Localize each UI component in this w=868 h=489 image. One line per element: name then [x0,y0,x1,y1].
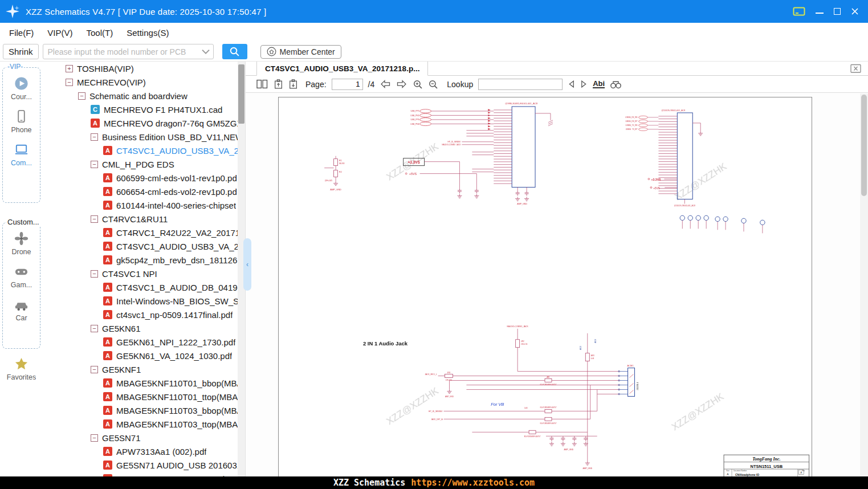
menu-tool[interactable]: Tool(T) [87,28,113,38]
svg-text:A: A [800,471,802,474]
collapse-toggle-icon[interactable]: − [78,92,85,100]
tree-item[interactable]: +TOSHIBA(VIP) [43,62,238,75]
previous-result-button[interactable] [568,80,575,88]
zoom-out-icon[interactable] [428,79,438,89]
tree-item-label: Intel-Windows-NB_BIOS_SW_SP [116,296,238,306]
collapse-toggle-icon[interactable]: − [91,325,98,332]
panel-collapse-handle[interactable]: ‹ [243,238,251,291]
tree-item-label: Business Edition USB_BD_V11,NEW [102,132,238,142]
search-input[interactable] [43,47,201,56]
pdf-viewer[interactable]: XZZ@XZZHK XZZ@XZZHK XZZ@XZZHK XZZ@XZZHK … [246,93,860,476]
tree-item[interactable]: AMECHREVO dragon7-76q GM5ZGX [43,116,238,130]
member-center-button[interactable]: Member Center [260,45,341,59]
search-button[interactable] [222,44,247,59]
collapse-toggle-icon[interactable]: − [91,161,98,168]
lookup-input[interactable] [478,79,563,90]
sidebar-item-drone[interactable]: Drone [3,231,40,256]
facing-pages-view-icon[interactable] [256,79,268,89]
tree-item[interactable]: AGE5SN71 AUDIO_USB 20160314 [43,458,238,472]
shrink-button[interactable]: Shrink [3,44,39,59]
tree-item[interactable]: A606599-cml-eds-vol1-rev1p0.pd [43,171,238,185]
close-document-icon[interactable] [850,64,861,74]
tree-item[interactable]: AGE5KN61_VA_1024_1030.pdf [43,349,238,362]
tree-item[interactable]: Act4svc1_np-0509.1417final.pdf [43,308,238,321]
sidebar-item-courses[interactable]: Cour... [3,76,40,101]
svg-text:AMP_GND: AMP_GND [445,396,454,398]
collapse-toggle-icon[interactable]: − [91,215,98,223]
menu-settings[interactable]: Settings(S) [127,28,169,38]
tree-item[interactable]: A610144-intel-400-series-chipset [43,198,238,212]
tree-item[interactable]: AMBAGE5KNF110T03_bbop(MBA [43,404,238,417]
tree-item[interactable]: CMECHREVO F1 PH4TUX1.cad [43,103,238,116]
zoom-in-icon[interactable] [413,79,423,89]
title-block: TongFang Inc. NTSN1511_USB Size A Docume… [724,455,809,476]
page-number-input[interactable] [332,79,363,90]
tree-item[interactable]: ACT4SVC1_AUDIO_USB3_VA_2017 [43,144,238,157]
collapse-toggle-icon[interactable]: − [91,270,98,278]
tree-item-label: GE5KN61_VA_1024_1030.pdf [116,351,232,361]
tree-item[interactable]: −CML_H_PDG EDS [43,157,238,171]
tree-item[interactable]: A606654-cml-eds-vol2-rev1p0.pd [43,185,238,198]
tree-item[interactable]: ACT4RVC1_R42U22_VA2_2017122 [43,226,238,239]
search-box[interactable] [43,44,214,59]
previous-page-button[interactable] [380,80,391,88]
page-up-view-icon[interactable] [274,79,283,89]
license-icon[interactable] [793,6,805,17]
svg-text:AMP_GND: AMP_GND [564,449,574,451]
document-scrollbar-thumb[interactable] [861,95,867,196]
document-scrollbar[interactable] [860,93,868,476]
tree-item[interactable]: ACT4SVC1_AUDIO_USB3_VA_2017 [43,239,238,253]
sidebar-item-car[interactable]: Car [3,297,40,322]
status-url-link[interactable]: https://www.xzztools.com [411,478,535,488]
search-icon [229,46,240,57]
tree-scrollbar-thumb[interactable] [238,64,244,124]
sidebar-item-favorites[interactable]: Favorites [0,356,43,381]
menu-vip[interactable]: VIP(V) [47,28,72,38]
tree-item[interactable]: −GE5KNF1 [43,362,238,376]
tree-item[interactable]: −Schematic and boardview [43,89,238,103]
expand-toggle-icon[interactable]: + [66,65,73,72]
tree-item[interactable]: ACT4SVC1_B_AUDIO_DB_0419-TV [43,280,238,294]
next-result-button[interactable] [580,80,588,88]
collapse-toggle-icon[interactable]: − [91,434,98,442]
svg-text:R2: R2 [339,171,342,173]
binoculars-search-icon[interactable] [610,80,622,89]
minimize-button[interactable] [816,13,824,14]
tree-item[interactable]: −GE5SN71 [43,431,238,445]
tree-item[interactable]: AGE5SN71 RMS Battery Pack spe [43,472,238,476]
svg-text:+3.3VS: +3.3VS [651,178,661,181]
sidebar-item-games[interactable]: Gam... [3,264,40,289]
menu-bar: File(F) VIP(V) Tool(T) Settings(S) [0,23,868,42]
sidebar-item-phone[interactable]: Phone [3,109,40,134]
next-page-button[interactable] [396,80,407,88]
svg-text:22K-1/16: 22K-1/16 [446,379,453,381]
tree-item[interactable]: AMBAGE5KNF110T01_ttop(MBA, [43,390,238,404]
tree-item[interactable]: AMBAGE5KNF110T01_bbop(MBA [43,376,238,390]
menu-file[interactable]: File(F) [9,28,34,38]
collapse-toggle-icon[interactable]: − [91,366,98,373]
tree-item[interactable]: −CT4RVC1&RU11 [43,212,238,226]
tree-item[interactable]: AAPW7313Aa1 (002).pdf [43,445,238,458]
svg-text:+5VS: +5VS [653,187,659,190]
tree-item[interactable]: AMBAGE5KNF110T03_ttop(MBA, [43,417,238,431]
lookup-label: Lookup [447,80,473,89]
computer-icon [14,142,29,157]
tree-item[interactable]: AGE5KN61_NPI_1222_1730.pdf [43,335,238,349]
document-tab[interactable]: CT4SVC1_AUDIO_USB3_VA_20171218.p... [256,62,428,76]
sidebar-item-computer[interactable]: Com... [3,142,40,167]
text-select-tool[interactable]: Abi [593,80,605,88]
maximize-button[interactable] [834,8,841,15]
svg-text:@H+045: @H+045 [325,180,333,182]
tree-item[interactable]: −CT4SVC1 NPI [43,267,238,280]
collapse-toggle-icon[interactable]: − [91,133,98,141]
close-button[interactable] [851,7,859,15]
tree-item[interactable]: −GE5KN61 [43,321,238,335]
tree-item[interactable]: AIntel-Windows-NB_BIOS_SW_SP [43,294,238,308]
svg-text:AMP_GND: AMP_GND [582,467,592,470]
page-down-view-icon[interactable] [288,79,298,89]
tree-item[interactable]: −Business Edition USB_BD_V11,NEW [43,130,238,144]
chevron-down-icon[interactable] [201,49,210,55]
tree-item[interactable]: Agk5cp4z_mb_revb_dsn_181126.p [43,253,238,267]
collapse-toggle-icon[interactable]: − [66,79,73,86]
tree-item[interactable]: −MECHREVO(VIP) [43,75,238,89]
